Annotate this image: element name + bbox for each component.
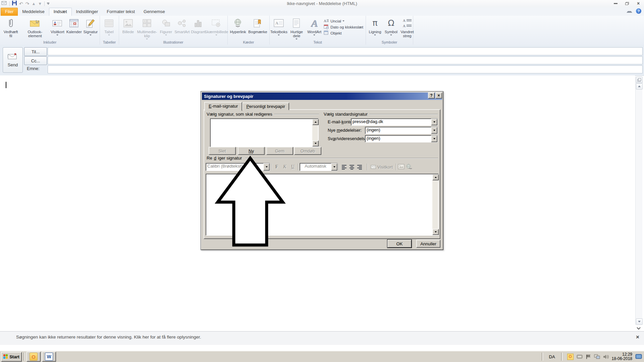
tray-device-icon[interactable]: [577, 354, 583, 359]
redo-icon[interactable]: ↷: [25, 2, 30, 6]
tab-filer[interactable]: Filer: [1, 8, 18, 16]
tray-outlook-icon[interactable]: O: [567, 354, 574, 360]
next-page-chevron-icon[interactable]: [636, 325, 641, 331]
restore-icon[interactable]: [623, 1, 631, 6]
delete-signature-button[interactable]: Slet: [209, 147, 236, 155]
combo-dropdown-icon[interactable]: [431, 119, 437, 125]
listbox-scroll-down-icon[interactable]: [312, 140, 319, 146]
edit-scroll-down-icon[interactable]: [432, 229, 439, 235]
edit-scroll-up-icon[interactable]: [432, 174, 439, 180]
signature-edit-area[interactable]: [206, 174, 439, 236]
italic-button[interactable]: K: [281, 164, 289, 170]
language-indicator[interactable]: DA: [548, 354, 556, 359]
cc-field[interactable]: [48, 56, 643, 64]
new-messages-combobox[interactable]: (ingen): [365, 127, 438, 134]
chart-button[interactable]: Diagram: [190, 16, 206, 34]
visitkort-button[interactable]: Visitkort: [369, 165, 395, 170]
send-button[interactable]: Send: [3, 47, 23, 73]
cc-button[interactable]: Cc...: [24, 56, 47, 65]
subject-field[interactable]: [48, 65, 643, 73]
dialog-close-icon[interactable]: ×: [435, 93, 442, 99]
clipart-button[interactable]: Multimedie-klip: [136, 16, 158, 40]
status-message[interactable]: Søgningen kan ikke returnere resultater …: [16, 335, 201, 340]
drop-cap-button[interactable]: A Uncial: [324, 18, 363, 23]
scroll-down-icon[interactable]: [636, 318, 643, 325]
equation-button[interactable]: π Ligning: [367, 16, 383, 36]
new-signature-button[interactable]: Ny: [238, 147, 265, 155]
tab-email-signature[interactable]: E-mail-signatur: [204, 102, 242, 111]
next-item-icon[interactable]: ▼: [38, 1, 42, 6]
textbox-button[interactable]: A Tekstboks: [271, 16, 287, 36]
font-color-combobox[interactable]: Automatisk: [300, 163, 338, 171]
undo-icon[interactable]: ↶: [19, 2, 23, 6]
to-field[interactable]: [48, 47, 643, 55]
customize-qat-icon[interactable]: [47, 3, 49, 5]
tab-personal-stationery[interactable]: Personligt brevpapir: [242, 103, 289, 110]
collapse-ribbon-icon[interactable]: [627, 9, 632, 13]
screenshot-button[interactable]: Skærmbillede: [206, 16, 226, 36]
quick-parts-button[interactable]: Hurtige dele: [287, 16, 306, 40]
taskbar-outlook-button[interactable]: O: [26, 352, 41, 362]
tab-gennemse[interactable]: Gennemse: [139, 8, 169, 16]
dialog-titlebar[interactable]: Signaturer og brevpapir: [202, 93, 442, 100]
wordart-button[interactable]: A WordArt: [306, 16, 322, 36]
tab-meddelelse[interactable]: Meddelelse: [18, 8, 49, 16]
email-account-combobox[interactable]: presse@dag.dk: [351, 118, 438, 126]
previous-item-icon[interactable]: ▲: [32, 1, 36, 6]
calendar-button[interactable]: Kalender: [65, 16, 83, 34]
font-combobox[interactable]: Calibri (Brødtekst): [206, 163, 270, 171]
start-button[interactable]: Start: [1, 352, 22, 362]
business-card-button[interactable]: Visitkort: [49, 16, 65, 36]
save-signature-button[interactable]: Gem: [266, 147, 293, 155]
tab-indsaet[interactable]: Indsæt: [49, 8, 72, 16]
date-time-button[interactable]: Dato og klokkeslæt: [324, 24, 363, 29]
tab-indstillinger[interactable]: Indstillinger: [72, 8, 103, 16]
align-right-button[interactable]: [356, 164, 364, 170]
smartart-button[interactable]: SmartArt: [174, 16, 190, 34]
tray-volume-icon[interactable]: [603, 354, 609, 359]
rename-signature-button[interactable]: Omdøb: [294, 147, 321, 155]
mail-item-icon[interactable]: [1, 1, 7, 7]
tray-flag-icon[interactable]: [586, 354, 591, 359]
dialog-help-icon[interactable]: ?: [428, 93, 435, 99]
bold-button[interactable]: F: [273, 164, 281, 170]
replies-forwards-combobox[interactable]: (ingen): [365, 135, 438, 142]
combo-dropdown-icon[interactable]: [263, 163, 270, 171]
status-close-icon[interactable]: ×: [636, 334, 639, 341]
cancel-button[interactable]: Annuller: [416, 240, 440, 248]
align-center-button[interactable]: [348, 164, 356, 170]
scroll-up-icon[interactable]: [636, 83, 643, 89]
edit-area-scrollbar[interactable]: [432, 174, 438, 235]
underline-button[interactable]: U: [289, 164, 297, 170]
listbox-scroll-up-icon[interactable]: [312, 119, 319, 125]
save-icon[interactable]: [12, 1, 17, 7]
table-button[interactable]: Tabel: [101, 16, 117, 36]
horizontal-line-button[interactable]: AA Vandret streg: [399, 16, 415, 38]
minimize-icon[interactable]: [612, 1, 619, 6]
hyperlink-button[interactable]: Hyperlink: [229, 16, 247, 34]
picture-button[interactable]: Billede: [120, 16, 136, 34]
combo-dropdown-icon[interactable]: [331, 163, 337, 171]
help-icon[interactable]: ?: [636, 8, 641, 14]
shapes-button[interactable]: Figurer: [158, 16, 174, 36]
close-icon[interactable]: ×: [635, 1, 642, 6]
insert-hyperlink-icon[interactable]: [405, 164, 413, 170]
tab-formater-tekst[interactable]: Formater tekst: [102, 8, 139, 16]
taskbar-clock[interactable]: 12:29 18-06-2018: [612, 352, 632, 361]
taskbar-word-button[interactable]: W: [42, 352, 56, 362]
outlook-item-button[interactable]: Outlook-element: [20, 16, 49, 38]
object-button[interactable]: Objekt: [324, 31, 363, 36]
align-left-button[interactable]: [340, 164, 348, 170]
vertical-scrollbar[interactable]: [635, 76, 642, 325]
listbox-scrollbar[interactable]: [312, 119, 318, 146]
expand-headers-icon[interactable]: [636, 77, 643, 83]
combo-dropdown-icon[interactable]: [431, 127, 437, 134]
tray-network-icon[interactable]: [594, 354, 600, 359]
insert-picture-icon[interactable]: [397, 164, 405, 170]
show-desktop-icon[interactable]: [635, 354, 642, 360]
combo-dropdown-icon[interactable]: [431, 135, 437, 142]
signature-button[interactable]: Signatur: [83, 16, 99, 36]
ok-button[interactable]: OK: [387, 240, 412, 248]
attach-file-button[interactable]: Vedhæft fil: [1, 16, 20, 38]
signature-listbox[interactable]: [210, 118, 319, 147]
